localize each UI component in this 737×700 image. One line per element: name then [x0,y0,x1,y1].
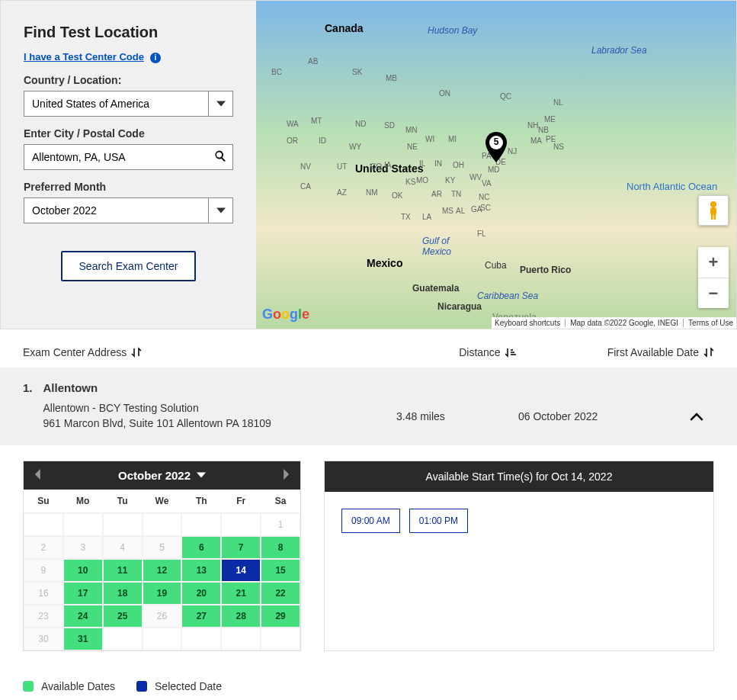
info-icon[interactable]: i [150,53,161,63]
calendar-day [181,628,221,650]
times-panel: Available Start Time(s) for Oct 14, 2022… [324,461,714,651]
times-body: 09:00 AM01:00 PM [325,492,713,550]
calendar-day[interactable]: 28 [221,605,261,628]
sort-address[interactable]: Exam Center Address [23,346,142,358]
calendar-day [143,513,182,536]
calendar-day: 1 [261,513,300,536]
calendar-day [143,628,182,650]
calendar-day[interactable]: 13 [181,559,221,582]
map-label-hudson: Hudson Bay [428,25,477,36]
calendar-day[interactable]: 27 [181,605,221,628]
pegman-control[interactable] [698,195,729,226]
calendar-day [103,628,143,650]
chevron-down-icon [197,470,206,480]
sort-distance[interactable]: Distance [459,346,515,358]
svg-rect-4 [714,214,716,220]
calendar-day[interactable]: 17 [63,582,103,605]
calendar-day [221,513,261,536]
calendar-day[interactable]: 31 [63,628,103,650]
calendar-grid: SuMoTuWeThFrSa12345678910111213141516171… [24,490,300,650]
calendar-day[interactable]: 29 [261,605,300,628]
month-label: Preferred Month [24,181,233,193]
map-attribution: Keyboard shortcuts Map data ©2022 Google… [492,317,736,329]
calendar-day[interactable]: 19 [143,582,182,605]
calendar-day[interactable]: 14 [221,559,261,582]
zoom-in-button[interactable]: + [698,247,729,278]
map-marker[interactable]: 5 [485,132,508,162]
country-select[interactable]: United States of America [24,91,233,117]
map-label-gulf: Gulf of Mexico [422,236,451,257]
city-input-wrap [24,144,233,170]
calendar-day: 23 [24,605,63,628]
calendar-dow: Sa [261,490,300,513]
sort-icon [131,347,142,358]
test-center-code-link[interactable]: I have a Test Center Code [24,51,144,63]
calendar-legend: Available Dates Selected Date [0,666,737,700]
calendar-day[interactable]: 7 [221,536,261,559]
keyboard-shortcuts-link[interactable]: Keyboard shortcuts [495,319,560,327]
calendar-day[interactable]: 12 [143,559,182,582]
zoom-control: + − [698,247,729,308]
map-label-canada: Canada [325,22,364,34]
calendar: October 2022 SuMoTuWeThFrSa1234567891011… [23,461,301,651]
calendar-day[interactable]: 24 [63,605,103,628]
result-address-1: Allentown - BCY Testing Solution [43,400,271,416]
calendar-day[interactable]: 20 [181,582,221,605]
result-card[interactable]: 1. Allentown Allentown - BCY Testing Sol… [0,368,737,445]
country-label: Country / Location: [24,74,233,86]
map-label-guatemala: Guatemala [412,283,459,294]
map-label-pr: Puerto Rico [520,265,571,275]
calendar-day [24,513,63,536]
calendar-day[interactable]: 8 [261,536,300,559]
calendar-header: October 2022 [24,461,300,490]
calendar-day[interactable]: 22 [261,582,300,605]
calendar-day: 30 [24,628,63,650]
calendar-day: 2 [24,536,63,559]
search-icon[interactable] [214,150,226,165]
city-input[interactable] [24,145,232,169]
time-slot-button[interactable]: 09:00 AM [341,509,400,533]
calendar-day[interactable]: 18 [103,582,143,605]
sort-icon [703,347,714,358]
calendar-day[interactable]: 21 [221,582,261,605]
month-select[interactable]: October 2022 [24,197,233,223]
map-label-cuba: Cuba [485,260,507,271]
search-panel: Find Test Location I have a Test Center … [1,1,256,329]
calendar-day[interactable]: 11 [103,559,143,582]
collapse-toggle[interactable] [690,410,703,426]
search-exam-center-button[interactable]: Search Exam Center [61,251,197,281]
terms-link[interactable]: Terms of Use [688,319,733,327]
marker-count: 5 [485,136,508,147]
schedule-row: October 2022 SuMoTuWeThFrSa1234567891011… [0,445,737,666]
time-slot-button[interactable]: 01:00 PM [409,509,468,533]
calendar-dow: We [143,490,182,513]
calendar-day[interactable]: 25 [103,605,143,628]
calendar-day: 5 [143,536,182,559]
calendar-day[interactable]: 15 [261,559,300,582]
map[interactable]: Canada Hudson Bay Labrador Sea North Atl… [256,1,736,329]
calendar-day [103,513,143,536]
result-distance: 3.48 miles [396,410,445,422]
calendar-dow: Th [181,490,221,513]
calendar-dow: Su [24,490,63,513]
city-label: Enter City / Postal Code [24,127,233,140]
country-select-input[interactable]: United States of America [24,92,232,116]
calendar-day[interactable]: 6 [181,536,221,559]
times-heading: Available Start Time(s) for Oct 14, 2022 [325,461,713,492]
calendar-day [221,628,261,650]
svg-rect-3 [711,214,713,220]
zoom-out-button[interactable]: − [698,278,729,308]
svg-rect-2 [710,207,716,215]
result-first-date: 06 October 2022 [518,410,598,422]
panel-heading: Find Test Location [24,24,233,41]
legend-selected: Selected Date [136,680,222,692]
map-label-caribbean: Caribbean Sea [477,291,538,301]
calendar-day[interactable]: 10 [63,559,103,582]
calendar-next-button[interactable] [282,469,290,482]
legend-available: Available Dates [23,680,115,692]
result-name: Allentown [43,381,271,394]
sort-date[interactable]: First Available Date [607,346,714,358]
calendar-prev-button[interactable] [34,469,42,482]
calendar-title[interactable]: October 2022 [42,469,282,482]
month-select-input[interactable]: October 2022 [24,198,232,223]
